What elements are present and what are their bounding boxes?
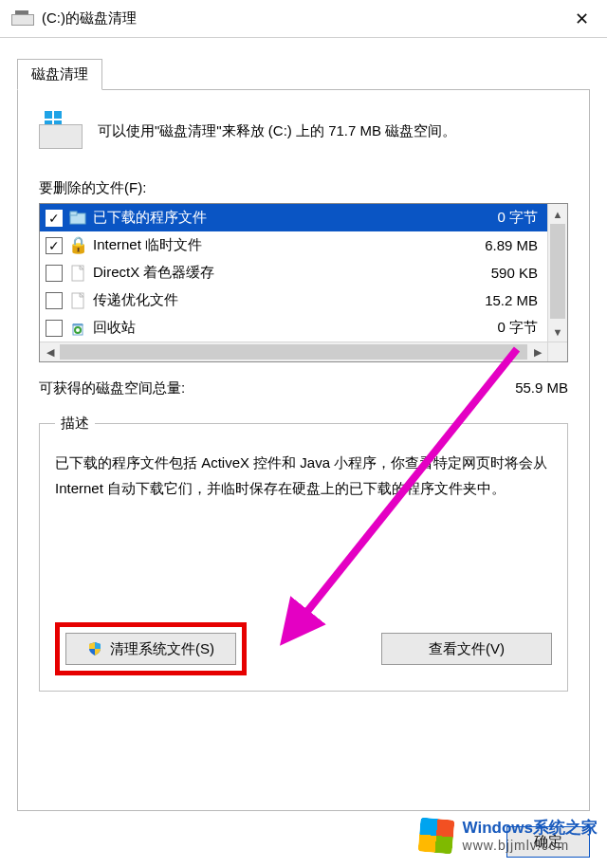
view-files-button[interactable]: 查看文件(V) <box>381 633 552 665</box>
total-space-label: 可获得的磁盘空间总量: <box>39 379 478 397</box>
folder-icon <box>68 209 87 228</box>
file-icon <box>68 264 87 283</box>
close-button[interactable]: ✕ <box>560 1 603 37</box>
scroll-right-button[interactable]: ▶ <box>527 342 547 362</box>
file-icon <box>68 291 87 310</box>
recycle-icon <box>68 319 87 338</box>
list-item-size: 0 字节 <box>448 209 538 227</box>
clean-system-files-button[interactable]: 清理系统文件(S) <box>65 633 236 665</box>
scroll-down-button[interactable]: ▼ <box>548 322 567 342</box>
disk-cleanup-icon <box>39 109 83 153</box>
list-item-name: Internet 临时文件 <box>93 236 442 254</box>
list-item-size: 15.2 MB <box>448 292 538 308</box>
scrollbar-corner <box>547 342 567 361</box>
intro-text: 可以使用"磁盘清理"来释放 (C:) 上的 71.7 MB 磁盘空间。 <box>98 120 456 142</box>
checkbox[interactable] <box>46 265 63 282</box>
list-item[interactable]: 回收站0 字节 <box>40 314 547 342</box>
list-item[interactable]: 🔒Internet 临时文件6.89 MB <box>40 231 547 259</box>
description-legend: 描述 <box>55 415 95 433</box>
list-item-name: DirectX 着色器缓存 <box>93 264 442 282</box>
tab-label: 磁盘清理 <box>31 65 88 82</box>
list-item-size: 590 KB <box>448 265 538 281</box>
view-files-label: 查看文件(V) <box>429 640 505 658</box>
horizontal-scrollbar[interactable]: ◀ ▶ <box>40 342 547 361</box>
scroll-left-button[interactable]: ◀ <box>40 342 60 362</box>
description-text: 已下载的程序文件包括 ActiveX 控件和 Java 小程序，你查看特定网页时… <box>55 450 552 501</box>
list-item-size: 0 字节 <box>448 319 538 337</box>
window-title: (C:)的磁盘清理 <box>42 9 560 28</box>
list-item-size: 6.89 MB <box>448 237 538 253</box>
list-item-name: 已下载的程序文件 <box>93 209 442 227</box>
list-item[interactable]: DirectX 着色器缓存590 KB <box>40 259 547 286</box>
list-item[interactable]: 传递优化文件15.2 MB <box>40 286 547 314</box>
svg-rect-1 <box>70 212 77 215</box>
description-group: 描述 已下载的程序文件包括 ActiveX 控件和 Java 小程序，你查看特定… <box>39 415 568 692</box>
clean-system-files-label: 清理系统文件(S) <box>110 640 214 658</box>
tab-disk-cleanup[interactable]: 磁盘清理 <box>17 59 102 90</box>
total-space-row: 可获得的磁盘空间总量: 55.9 MB <box>39 379 568 397</box>
scroll-up-button[interactable]: ▲ <box>548 204 567 224</box>
watermark-line2: www.bjjmlv.com <box>463 838 598 853</box>
vertical-scroll-thumb[interactable] <box>550 224 565 319</box>
checkbox[interactable] <box>46 210 63 227</box>
lock-icon: 🔒 <box>68 236 87 255</box>
horizontal-scroll-thumb[interactable] <box>60 344 527 360</box>
checkbox[interactable] <box>46 237 63 254</box>
list-item-name: 传递优化文件 <box>93 291 442 309</box>
close-icon: ✕ <box>575 9 589 29</box>
tab-strip: 磁盘清理 <box>0 59 607 90</box>
total-space-value: 55.9 MB <box>478 379 568 397</box>
tab-panel: 可以使用"磁盘清理"来释放 (C:) 上的 71.7 MB 磁盘空间。 要删除的… <box>17 90 590 811</box>
list-item-name: 回收站 <box>93 319 442 337</box>
drive-icon <box>11 11 32 27</box>
watermark-line1: Windows系统之家 <box>463 819 598 838</box>
list-item[interactable]: 已下载的程序文件0 字节 <box>40 204 547 231</box>
files-to-delete-label: 要删除的文件(F): <box>39 179 568 197</box>
watermark: Windows系统之家 www.bjjmlv.com <box>410 815 607 857</box>
checkbox[interactable] <box>46 320 63 337</box>
shield-icon <box>87 641 102 656</box>
checkbox[interactable] <box>46 292 63 309</box>
vertical-scrollbar[interactable]: ▲ ▼ <box>547 204 567 342</box>
annotation-highlight-box: 清理系统文件(S) <box>55 622 247 675</box>
watermark-logo-icon <box>419 819 453 853</box>
titlebar: (C:)的磁盘清理 ✕ <box>0 0 607 38</box>
files-listbox[interactable]: 已下载的程序文件0 字节🔒Internet 临时文件6.89 MBDirectX… <box>39 203 568 362</box>
intro-row: 可以使用"磁盘清理"来释放 (C:) 上的 71.7 MB 磁盘空间。 <box>39 109 568 153</box>
description-buttons: 清理系统文件(S) 查看文件(V) <box>55 622 552 675</box>
